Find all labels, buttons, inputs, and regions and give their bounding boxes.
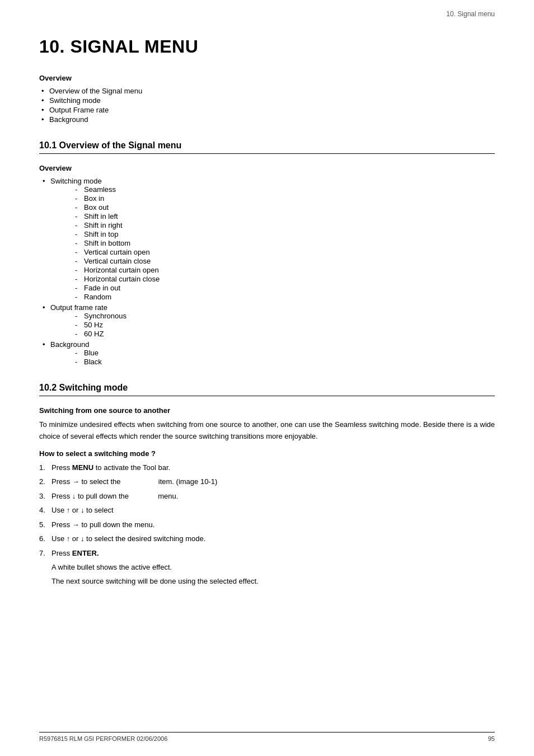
section-10-2-title: 10.2 Switching mode [39,383,495,396]
indent-text-2: The next source switching will be done u… [51,576,495,587]
dash-item: Horizontal curtain open [73,266,495,274]
dash-item: Synchronous [73,312,495,320]
step-bold-enter: ENTER. [72,549,99,557]
section-10-1-overview-label: Overview [39,164,495,172]
dash-item: Vertical curtain open [73,248,495,256]
dash-item: Shift in left [73,212,495,220]
page-header: 10. Signal menu [446,10,495,18]
switching-description: To minimize undesired effects when switc… [39,419,495,443]
step-7: 7. Press ENTER. [39,548,495,559]
dash-item: 50 Hz [73,321,495,329]
step-num: 3. [39,491,45,502]
output-frame-rate-item: Output frame rate Synchronous 50 Hz 60 H… [39,303,495,338]
main-title: 10. SIGNAL MENU [39,36,495,57]
overview-item: Overview of the Signal menu [39,87,495,95]
step-4: 4. Use ↑ or ↓ to select [39,505,495,516]
dash-item: Black [73,358,495,366]
overview-bullet-list: Switching mode Seamless Box in Box out S… [39,177,495,366]
overview-box: Overview Overview of the Signal menu Swi… [39,74,495,124]
step-1: 1. Press MENU to activate the Tool bar. [39,462,495,473]
output-frame-rate-dash-list: Synchronous 50 Hz 60 HZ [73,312,495,338]
dash-item: Blue [73,349,495,357]
section-10-1-overview: Overview Switching mode Seamless Box in … [39,164,495,366]
dash-item: Fade in out [73,284,495,292]
how-to-select-title: How to select a switching mode ? [39,449,495,458]
switching-mode-dash-list: Seamless Box in Box out Shift in left Sh… [73,185,495,301]
step-2: 2. Press → to select the item. (image 10… [39,476,495,487]
dash-item: Shift in top [73,230,495,238]
step-num: 5. [39,519,45,530]
dash-item: Shift in right [73,221,495,229]
switching-mode-item: Switching mode Seamless Box in Box out S… [39,177,495,301]
page-footer: R5976815 RLM G5I PERFORMER 02/06/2006 95 [39,732,495,742]
step-6: 6. Use ↑ or ↓ to select the desired swit… [39,533,495,544]
dash-item: 60 HZ [73,330,495,338]
step-num: 2. [39,476,45,487]
indent-text-1: A white bullet shows the active effect. [51,562,495,573]
step-num: 1. [39,462,45,473]
overview-item: Output Frame rate [39,106,495,114]
overview-label: Overview [39,74,495,82]
step-bold: MENU [72,463,93,472]
background-dash-list: Blue Black [73,349,495,366]
overview-item: Background [39,115,495,124]
overview-item: Switching mode [39,96,495,105]
step-num: 4. [39,505,45,516]
step-num: 7. [39,548,45,559]
dash-item: Box out [73,203,495,212]
dash-item: Box in [73,194,495,203]
dash-item: Shift in bottom [73,239,495,247]
step-3: 3. Press ↓ to pull down the menu. [39,491,495,502]
switching-from-title: Switching from one source to another [39,406,495,415]
steps-list: 1. Press MENU to activate the Tool bar. … [39,462,495,559]
dash-item: Random [73,293,495,301]
dash-item: Horizontal curtain close [73,275,495,283]
switching-mode-label: Switching mode [50,177,102,185]
step-5: 5. Press → to pull down the menu. [39,519,495,530]
section-10-1-title: 10.1 Overview of the Signal menu [39,140,495,154]
header-text: 10. Signal menu [446,10,495,18]
overview-list: Overview of the Signal menu Switching mo… [39,87,495,124]
page: 10. Signal menu 10. SIGNAL MENU Overview… [0,0,534,756]
section-10-2-content: Switching from one source to another To … [39,406,495,586]
dash-item: Vertical curtain close [73,257,495,265]
footer-left: R5976815 RLM G5I PERFORMER 02/06/2006 [39,735,167,742]
output-frame-rate-label: Output frame rate [50,303,107,312]
step-num: 6. [39,533,45,544]
dash-item: Seamless [73,185,495,194]
background-item: Background Blue Black [39,340,495,366]
footer-right: 95 [488,735,495,742]
background-label: Background [50,340,89,349]
